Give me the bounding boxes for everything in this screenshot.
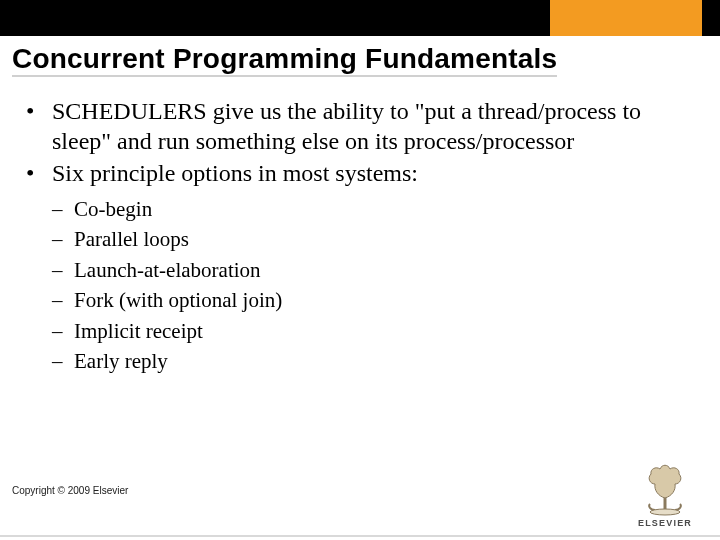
svg-point-1 — [650, 509, 680, 515]
bullet-marker: • — [26, 96, 52, 156]
bullet-marker: • — [26, 158, 52, 188]
subbullet-text: Parallel loops — [74, 224, 189, 254]
subbullet-item: – Co-begin — [52, 194, 694, 224]
bullet-item: • Six principle options in most systems: — [26, 158, 694, 188]
subbullet-text: Co-begin — [74, 194, 152, 224]
subbullet-item: – Fork (with optional join) — [52, 285, 694, 315]
copyright-footer: Copyright © 2009 Elsevier — [12, 485, 128, 496]
topbar-accent — [550, 0, 702, 36]
subbullet-item: – Early reply — [52, 346, 694, 376]
subbullet-marker: – — [52, 224, 74, 254]
subbullet-item: – Launch-at-elaboration — [52, 255, 694, 285]
bottom-divider — [0, 535, 720, 537]
subbullet-text: Launch-at-elaboration — [74, 255, 261, 285]
bullet-item: • SCHEDULERS give us the ability to "put… — [26, 96, 694, 156]
slide-body: • SCHEDULERS give us the ability to "put… — [26, 96, 694, 377]
subbullet-marker: – — [52, 346, 74, 376]
bullet-text: Six principle options in most systems: — [52, 158, 694, 188]
publisher-logo: ELSEVIER — [632, 460, 698, 528]
bullet-text: SCHEDULERS give us the ability to "put a… — [52, 96, 694, 156]
subbullet-item: – Implicit receipt — [52, 316, 694, 346]
subbullet-text: Fork (with optional join) — [74, 285, 282, 315]
subbullet-item: – Parallel loops — [52, 224, 694, 254]
elsevier-tree-icon — [638, 460, 692, 516]
subbullet-marker: – — [52, 316, 74, 346]
publisher-logo-label: ELSEVIER — [632, 518, 698, 528]
topbar — [0, 0, 720, 36]
subbullet-marker: – — [52, 255, 74, 285]
subbullet-marker: – — [52, 285, 74, 315]
subbullet-marker: – — [52, 194, 74, 224]
subbullet-text: Implicit receipt — [74, 316, 203, 346]
subbullet-list: – Co-begin – Parallel loops – Launch-at-… — [52, 194, 694, 377]
slide-title: Concurrent Programming Fundamentals — [12, 44, 557, 77]
subbullet-text: Early reply — [74, 346, 168, 376]
